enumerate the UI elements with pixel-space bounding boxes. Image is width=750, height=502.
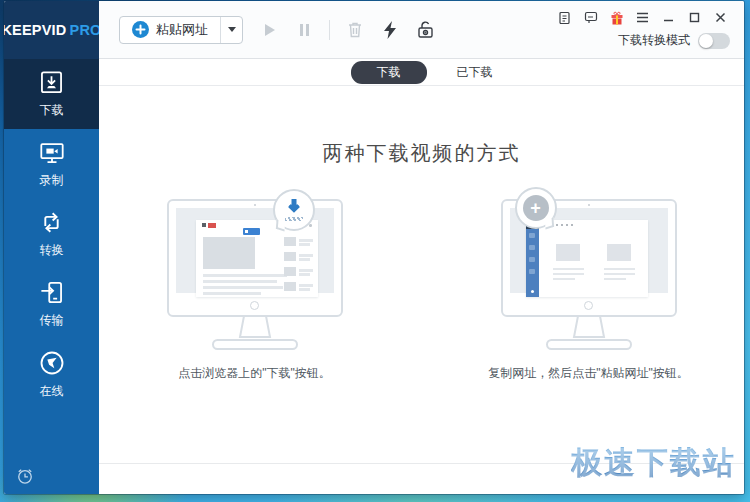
camera-dot [588, 204, 590, 206]
video-placeholder [203, 237, 255, 269]
sidebar: 下载 录制 转换 [4, 59, 99, 494]
online-icon [38, 349, 66, 377]
pause-icon[interactable] [294, 20, 314, 40]
chevron-down-icon [228, 27, 236, 32]
app-window: KEEPVID PRO 粘贴网址 [4, 1, 744, 494]
play-icon[interactable] [259, 20, 279, 40]
site-watermark: 极速下载站 [571, 442, 736, 484]
sidebar-item-label: 下载 [40, 102, 64, 119]
content-area: 两种下载视频的方式 [99, 86, 744, 463]
plus-circle-icon [132, 21, 149, 38]
paste-url-button[interactable]: 粘贴网址 [119, 16, 243, 44]
download-icon [38, 69, 65, 96]
tab-bar: 下载 已下载 [99, 59, 744, 86]
page-title: 两种下载视频的方式 [99, 140, 744, 167]
placeholder-tile [607, 244, 631, 261]
tab-downloading[interactable]: 下载 [351, 61, 427, 84]
minimize-icon[interactable] [661, 10, 676, 25]
callout-hatch [285, 217, 303, 221]
monitor-stand [200, 315, 310, 351]
mode-toggle-switch[interactable] [698, 33, 730, 49]
gift-icon[interactable] [609, 10, 624, 25]
toolbar-divider [329, 20, 330, 40]
sidebar-item-transfer[interactable]: 传输 [4, 269, 99, 339]
maximize-icon[interactable] [687, 10, 702, 25]
sidebar-item-convert[interactable]: 转换 [4, 199, 99, 269]
monitor-stand [534, 315, 644, 351]
window-controls [557, 10, 728, 25]
method-browser: 点击浏览器上的"下载"按钮。 [110, 199, 400, 382]
feedback-icon[interactable] [583, 10, 598, 25]
app-window-card [526, 220, 648, 297]
browser-page-card [196, 220, 318, 297]
sidebar-item-download[interactable]: 下载 [4, 59, 99, 129]
method-caption: 复制网址，然后点击"粘贴网址"按钮。 [488, 365, 689, 382]
transfer-icon [38, 279, 65, 306]
sidebar-item-label: 在线 [40, 383, 64, 400]
download-convert-mode: 下载转换模式 [618, 32, 730, 49]
mode-toggle-label: 下载转换模式 [618, 32, 690, 49]
browser-monitor-illustration [167, 199, 343, 351]
sidebar-item-label: 传输 [40, 312, 64, 329]
paste-url-main[interactable]: 粘贴网址 [120, 17, 220, 43]
monitor-logo-dot [250, 301, 259, 310]
method-paste-url: + 复制网址，然后点击"粘贴网址"按钮。 [444, 199, 734, 382]
download-callout [273, 189, 315, 231]
browser-logo [208, 223, 216, 228]
boost-icon[interactable] [380, 20, 400, 40]
record-icon [38, 139, 66, 166]
delete-icon[interactable] [345, 20, 365, 40]
convert-icon [38, 209, 65, 236]
close-icon[interactable] [713, 10, 728, 25]
app-logo-secondary: PRO [70, 22, 102, 38]
download-methods: 点击浏览器上的"下载"按钮。 [99, 199, 744, 382]
app-monitor-illustration: + [501, 199, 677, 351]
paste-url-label: 粘贴网址 [156, 21, 208, 39]
method-caption: 点击浏览器上的"下载"按钮。 [178, 365, 331, 382]
plus-icon: + [523, 195, 549, 221]
menu-icon[interactable] [635, 10, 650, 25]
download-arrow-icon [285, 199, 303, 215]
transport-controls [259, 20, 435, 40]
placeholder-tile [556, 244, 580, 261]
title-bar: KEEPVID PRO 粘贴网址 [4, 1, 744, 59]
sidebar-item-label: 转换 [40, 242, 64, 259]
toolbar: 粘贴网址 [99, 1, 744, 59]
browser-download-button [243, 228, 260, 235]
paste-url-dropdown[interactable] [220, 17, 242, 43]
alarm-clock-icon[interactable] [15, 466, 35, 486]
app-logo-primary: KEEPVID [4, 22, 67, 38]
sidebar-item-label: 录制 [40, 172, 64, 189]
app-logo: KEEPVID PRO [4, 1, 99, 59]
monitor-logo-dot [584, 301, 593, 310]
sidebar-item-record[interactable]: 录制 [4, 129, 99, 199]
main-area: 下载 已下载 两种下载视频的方式 [99, 59, 744, 494]
camera-dot [254, 204, 256, 206]
paste-callout: + [515, 187, 557, 229]
toggle-knob [699, 34, 713, 48]
tab-downloaded[interactable]: 已下载 [457, 64, 493, 81]
private-mode-icon[interactable] [415, 20, 435, 40]
sidebar-item-online[interactable]: 在线 [4, 339, 99, 409]
license-icon[interactable] [557, 10, 572, 25]
